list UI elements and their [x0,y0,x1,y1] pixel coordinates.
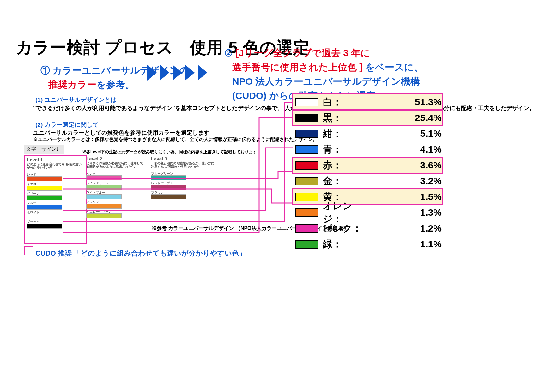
body-2: ユニバーサルカラーとしての推奨色を参考に使用カラーを選定します [33,129,209,136]
level1-header: Level 1 [27,157,84,162]
color-chip: ライトブルー [86,190,121,197]
rank-name: 青： [323,143,364,156]
chip-swatch [27,214,62,219]
corner-icon [24,246,33,256]
chip-swatch [151,185,186,190]
color-chip: グリーン [27,191,62,198]
rank-swatch [295,240,318,249]
rank-percent: 51.3% [364,97,442,107]
rank-percent: 1.1% [364,239,442,250]
color-chip: ブルーグリーン [151,172,186,178]
chip-swatch [86,175,122,180]
rank-name: 黒： [323,112,364,124]
rank-name: 緑： [323,238,364,251]
rank-name: 金： [323,175,364,188]
rank-row: 黒：25.4% [293,110,442,125]
step2-l1b: 選手番号に使用された上位色 ] [232,62,362,72]
chip-swatch [27,205,62,210]
rank-swatch [295,145,318,154]
step1-l2a: 推奨カラー [48,79,96,90]
color-chip: オレンジ [86,200,121,206]
rank-percent: 3.6% [364,160,442,171]
chip-swatch [27,176,62,181]
rank-swatch [295,130,318,138]
rank-name: 赤： [323,159,364,172]
rank-name: 白： [323,96,364,109]
rank-percent: 4.1% [364,144,442,155]
rank-percent: 25.4% [364,112,442,123]
levels-footnote: ※各Level下の注記は元データが読み取りにくい為、同様の内容を上書きして記載し… [82,149,257,155]
step1-l2b: を参考。 [96,79,135,90]
color-chip: ホワイト [27,210,62,217]
rank-swatch [295,114,318,122]
rank-swatch [295,193,318,201]
color-ranking: 白：51.3%黒：25.4%紺：5.1%青：4.1%赤：3.6%金：3.2%黄：… [293,94,442,252]
svg-marker-0 [147,65,157,81]
cudo-caption: CUDO 推奨 「どのように組み合わせても違いが分かりやすい色」 [35,249,246,258]
rank-percent: 3.2% [364,176,442,186]
rank-swatch [295,208,318,217]
level1-panel: Level 1 どのように組み合わせても 各色の違いが分かりやすい色 レッドイエ… [24,155,87,244]
step2-heading: ② [Jリーグ全クラブで過去 3 年に 選手番号に使用された上位色 ] をベース… [224,46,423,103]
svg-marker-1 [160,65,169,81]
rank-row: 青：4.1% [293,142,442,157]
chip-swatch [27,195,62,200]
rank-name: 紺： [323,127,364,140]
color-chip: ブルー [27,201,62,207]
body-1: "できるだけ多くの人が利用可能であるようなデザイン"を基本コンセプトとしたデザイ… [33,104,535,112]
color-chip: イエローグリーン [86,209,121,216]
level2-panel: Level 2 より多くの色数が必要な時に、使用しても問題が 無いように配慮され… [86,156,143,216]
color-chip: イエロー [27,182,62,188]
step2-num: ② [224,48,233,58]
rank-percent: 1.3% [364,207,442,218]
level2-header: Level 2 [86,156,143,161]
color-chip: ピンク [86,172,121,178]
svg-marker-3 [185,65,195,81]
chip-swatch [151,175,186,180]
step2-l2: NPO 法人カラーユニバーサルデザイン機構 [232,76,420,87]
color-chip: レッド [27,172,62,179]
rank-row: 白：51.3% [293,94,442,110]
level3-header: Level 3 [151,156,214,161]
rank-row: オレンジ：1.3% [293,205,442,220]
chip-swatch [86,213,122,218]
step1-num: ① [40,65,50,75]
chip-swatch [27,224,62,229]
category-label: 文字・サイン用 [24,145,64,154]
subhead-1: (1) ユニバーサルデザインとは [35,96,117,104]
rank-swatch [295,98,318,106]
rank-row: ピンク：1.2% [293,221,442,236]
chip-swatch [86,185,122,190]
rank-swatch [295,224,318,233]
rank-row: 緑：1.1% [293,237,442,252]
level3-panel: Level 3 一部の色と混同の可能性があるが、使い方に注意すれ ば問題無く使用… [151,156,214,197]
rank-percent: 1.2% [364,223,442,234]
rank-row: 金：3.2% [293,173,442,189]
chip-swatch [86,204,122,209]
rank-row: 黄：1.5% [293,189,442,204]
svg-marker-2 [173,65,182,81]
rank-row: 紺：5.1% [293,126,442,141]
chip-swatch [86,194,122,199]
rank-percent: 5.1% [364,128,442,139]
color-chip: ライトグリーン [86,181,121,187]
level3-sub: 一部の色と混同の可能性があるが、使い方に注意すれ ば問題無く使用できる色 [151,161,214,168]
rank-name: ピンク： [323,222,364,235]
color-chip: レッドパープル [151,181,186,187]
rank-swatch [295,177,318,185]
arrow-icon [147,65,220,81]
step2-l1a: [Jリーグ全クラブで過去 3 年に [235,48,370,58]
step2-l1c: をベースに、 [362,62,423,72]
rank-swatch [295,161,318,170]
color-chip: ブラウン [151,190,186,197]
note-1: ※ユニバーサルカラーとは：多様な色覚を持つさまざまな人に配慮して、全ての人に情報… [33,136,318,142]
color-chip: ブラック [27,220,62,226]
subhead-2: (2) カラー選定に関して [35,121,99,129]
rank-row: 赤：3.6% [293,158,442,173]
chip-swatch [151,194,186,199]
level2-sub: より多くの色数が必要な時に、使用しても問題が 無いように配慮された色 [86,161,143,168]
svg-marker-4 [198,65,207,81]
chip-swatch [27,186,62,191]
level1-sub: どのように組み合わせても 各色の違いが分かりやすい色 [27,162,84,169]
rank-percent: 1.5% [364,191,442,202]
